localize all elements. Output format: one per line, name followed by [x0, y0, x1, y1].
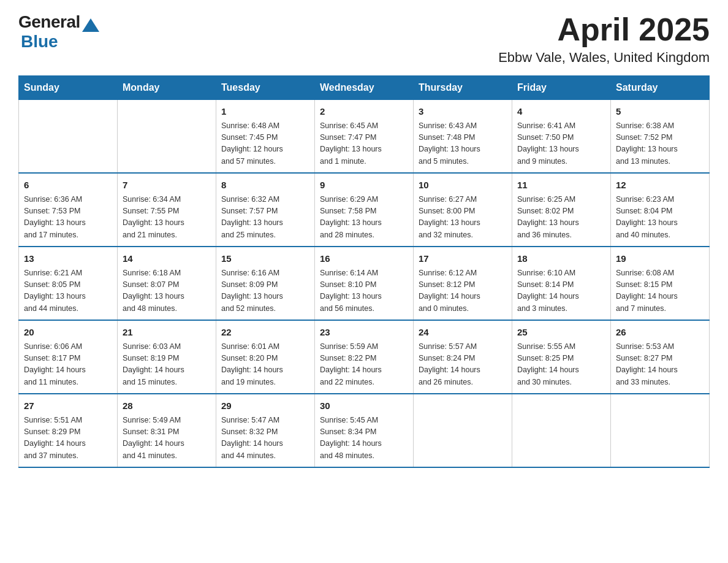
title-section: April 2025 Ebbw Vale, Wales, United King… [498, 12, 710, 66]
calendar-cell [118, 100, 216, 174]
calendar-cell: 22Sunrise: 6:01 AM Sunset: 8:20 PM Dayli… [216, 320, 315, 394]
day-number: 13 [24, 252, 112, 266]
calendar-cell: 5Sunrise: 6:38 AM Sunset: 7:52 PM Daylig… [611, 100, 710, 174]
day-number: 3 [419, 105, 507, 119]
day-number: 16 [320, 252, 408, 266]
calendar-cell [414, 394, 512, 467]
day-number: 8 [221, 178, 309, 193]
calendar-cell: 4Sunrise: 6:41 AM Sunset: 7:50 PM Daylig… [512, 100, 611, 174]
day-number: 20 [24, 326, 112, 340]
calendar-cell: 27Sunrise: 5:51 AM Sunset: 8:29 PM Dayli… [19, 394, 118, 467]
calendar-header-sunday: Sunday [19, 76, 118, 100]
day-info: Sunrise: 6:23 AM Sunset: 8:04 PM Dayligh… [616, 194, 704, 242]
day-info: Sunrise: 6:18 AM Sunset: 8:07 PM Dayligh… [123, 267, 211, 315]
calendar-cell [19, 100, 118, 174]
calendar-cell: 28Sunrise: 5:49 AM Sunset: 8:31 PM Dayli… [118, 394, 216, 467]
day-number: 10 [419, 178, 507, 193]
day-number: 17 [419, 252, 507, 266]
calendar-header-monday: Monday [118, 76, 216, 100]
calendar-cell: 9Sunrise: 6:29 AM Sunset: 7:58 PM Daylig… [315, 173, 414, 247]
day-info: Sunrise: 6:29 AM Sunset: 7:58 PM Dayligh… [320, 194, 408, 242]
calendar-header-saturday: Saturday [611, 76, 710, 100]
calendar-cell: 10Sunrise: 6:27 AM Sunset: 8:00 PM Dayli… [414, 173, 512, 247]
svg-marker-0 [82, 18, 99, 32]
day-info: Sunrise: 6:03 AM Sunset: 8:19 PM Dayligh… [123, 341, 211, 389]
day-number: 30 [320, 399, 408, 413]
logo-general-text: General [18, 12, 80, 32]
day-number: 21 [123, 326, 211, 340]
calendar-cell: 12Sunrise: 6:23 AM Sunset: 8:04 PM Dayli… [611, 173, 710, 247]
calendar-cell: 13Sunrise: 6:21 AM Sunset: 8:05 PM Dayli… [19, 247, 118, 320]
calendar-cell: 11Sunrise: 6:25 AM Sunset: 8:02 PM Dayli… [512, 173, 611, 247]
day-number: 27 [24, 399, 112, 413]
day-info: Sunrise: 6:34 AM Sunset: 7:55 PM Dayligh… [123, 194, 211, 242]
calendar-cell: 8Sunrise: 6:32 AM Sunset: 7:57 PM Daylig… [216, 173, 315, 247]
calendar-cell: 18Sunrise: 6:10 AM Sunset: 8:14 PM Dayli… [512, 247, 611, 320]
page-subtitle: Ebbw Vale, Wales, United Kingdom [498, 50, 710, 66]
day-number: 28 [123, 399, 211, 413]
day-number: 5 [616, 105, 704, 119]
calendar-cell: 24Sunrise: 5:57 AM Sunset: 8:24 PM Dayli… [414, 320, 512, 394]
day-info: Sunrise: 5:57 AM Sunset: 8:24 PM Dayligh… [419, 341, 507, 389]
calendar-cell: 21Sunrise: 6:03 AM Sunset: 8:19 PM Dayli… [118, 320, 216, 394]
day-number: 19 [616, 252, 704, 266]
day-info: Sunrise: 6:14 AM Sunset: 8:10 PM Dayligh… [320, 267, 408, 315]
calendar-cell: 6Sunrise: 6:36 AM Sunset: 7:53 PM Daylig… [19, 173, 118, 247]
day-info: Sunrise: 5:53 AM Sunset: 8:27 PM Dayligh… [616, 341, 704, 389]
day-number: 12 [616, 178, 704, 193]
calendar-week-row: 20Sunrise: 6:06 AM Sunset: 8:17 PM Dayli… [19, 320, 710, 394]
day-info: Sunrise: 5:59 AM Sunset: 8:22 PM Dayligh… [320, 341, 408, 389]
day-info: Sunrise: 6:10 AM Sunset: 8:14 PM Dayligh… [517, 267, 605, 315]
calendar-cell: 15Sunrise: 6:16 AM Sunset: 8:09 PM Dayli… [216, 247, 315, 320]
calendar-cell: 14Sunrise: 6:18 AM Sunset: 8:07 PM Dayli… [118, 247, 216, 320]
day-number: 24 [419, 326, 507, 340]
day-info: Sunrise: 6:01 AM Sunset: 8:20 PM Dayligh… [221, 341, 309, 389]
calendar-cell [512, 394, 611, 467]
day-info: Sunrise: 5:51 AM Sunset: 8:29 PM Dayligh… [24, 415, 112, 462]
day-number: 2 [320, 105, 408, 119]
day-info: Sunrise: 6:38 AM Sunset: 7:52 PM Dayligh… [616, 120, 704, 168]
day-number: 9 [320, 178, 408, 193]
calendar-week-row: 1Sunrise: 6:48 AM Sunset: 7:45 PM Daylig… [19, 100, 710, 174]
calendar-header-row: SundayMondayTuesdayWednesdayThursdayFrid… [19, 76, 710, 100]
day-number: 14 [123, 252, 211, 266]
calendar-cell: 29Sunrise: 5:47 AM Sunset: 8:32 PM Dayli… [216, 394, 315, 467]
calendar-cell: 19Sunrise: 6:08 AM Sunset: 8:15 PM Dayli… [611, 247, 710, 320]
day-info: Sunrise: 6:16 AM Sunset: 8:09 PM Dayligh… [221, 267, 309, 315]
calendar-cell: 16Sunrise: 6:14 AM Sunset: 8:10 PM Dayli… [315, 247, 414, 320]
day-number: 4 [517, 105, 605, 119]
calendar-cell: 26Sunrise: 5:53 AM Sunset: 8:27 PM Dayli… [611, 320, 710, 394]
page-header: General Blue April 2025 Ebbw Vale, Wales… [18, 12, 710, 66]
day-number: 1 [221, 105, 309, 119]
calendar-week-row: 13Sunrise: 6:21 AM Sunset: 8:05 PM Dayli… [19, 247, 710, 320]
calendar-cell: 1Sunrise: 6:48 AM Sunset: 7:45 PM Daylig… [216, 100, 315, 174]
day-number: 11 [517, 178, 605, 193]
calendar-cell: 7Sunrise: 6:34 AM Sunset: 7:55 PM Daylig… [118, 173, 216, 247]
day-info: Sunrise: 6:25 AM Sunset: 8:02 PM Dayligh… [517, 194, 605, 242]
calendar-cell: 3Sunrise: 6:43 AM Sunset: 7:48 PM Daylig… [414, 100, 512, 174]
day-info: Sunrise: 6:36 AM Sunset: 7:53 PM Dayligh… [24, 194, 112, 242]
day-info: Sunrise: 6:32 AM Sunset: 7:57 PM Dayligh… [221, 194, 309, 242]
day-info: Sunrise: 5:47 AM Sunset: 8:32 PM Dayligh… [221, 415, 309, 462]
day-info: Sunrise: 6:43 AM Sunset: 7:48 PM Dayligh… [419, 120, 507, 168]
day-number: 6 [24, 178, 112, 193]
calendar-week-row: 27Sunrise: 5:51 AM Sunset: 8:29 PM Dayli… [19, 394, 710, 467]
calendar-cell [611, 394, 710, 467]
calendar-table: SundayMondayTuesdayWednesdayThursdayFrid… [18, 75, 710, 468]
day-info: Sunrise: 6:08 AM Sunset: 8:15 PM Dayligh… [616, 267, 704, 315]
calendar-cell: 2Sunrise: 6:45 AM Sunset: 7:47 PM Daylig… [315, 100, 414, 174]
day-number: 15 [221, 252, 309, 266]
day-number: 26 [616, 326, 704, 340]
day-info: Sunrise: 6:45 AM Sunset: 7:47 PM Dayligh… [320, 120, 408, 168]
calendar-header-tuesday: Tuesday [216, 76, 315, 100]
logo-triangle-icon [82, 18, 99, 32]
day-info: Sunrise: 5:49 AM Sunset: 8:31 PM Dayligh… [123, 415, 211, 462]
day-info: Sunrise: 6:27 AM Sunset: 8:00 PM Dayligh… [419, 194, 507, 242]
day-number: 25 [517, 326, 605, 340]
day-info: Sunrise: 5:55 AM Sunset: 8:25 PM Dayligh… [517, 341, 605, 389]
day-info: Sunrise: 6:41 AM Sunset: 7:50 PM Dayligh… [517, 120, 605, 168]
calendar-cell: 17Sunrise: 6:12 AM Sunset: 8:12 PM Dayli… [414, 247, 512, 320]
calendar-cell: 30Sunrise: 5:45 AM Sunset: 8:34 PM Dayli… [315, 394, 414, 467]
logo-wrap: General Blue [18, 12, 99, 52]
calendar-cell: 23Sunrise: 5:59 AM Sunset: 8:22 PM Dayli… [315, 320, 414, 394]
